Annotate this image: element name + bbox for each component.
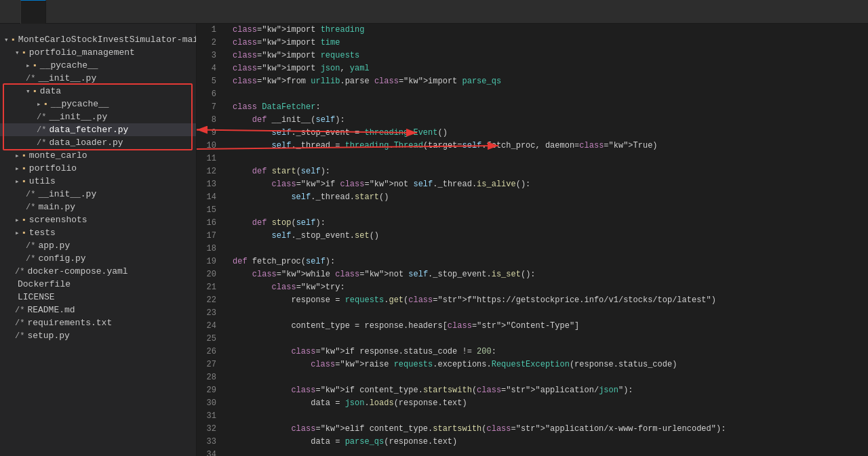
sidebar: ▾▪MonteCarloStockInvestSimulator-main▾▪p… [0,24,197,456]
tab-close-button[interactable] [33,12,37,13]
code-line: class DataFetcher: [233,101,868,114]
line-number: 14 [197,191,222,204]
tree-item-label: setup.py [27,331,69,341]
folder-icon: ▪ [22,228,26,238]
tree-item-data[interactable]: ▾▪data [0,85,196,98]
tree-item-screenshots[interactable]: ▸▪screenshots [0,213,196,226]
folder-icon: ▪ [11,35,16,45]
tree-item-label: __pycache__ [51,99,109,109]
line-number: 4 [197,62,222,75]
line-number: 34 [197,449,222,456]
code-line: class="kw">elif content_type.startswith(… [233,423,868,436]
tree-item-label: MonteCarloStockInvestSimulator-main [18,35,196,45]
line-number: 21 [197,281,222,294]
file-icon: /* [26,190,35,199]
tree-item-init3[interactable]: /*__init__.py [0,188,196,201]
tree-item-docker-compose[interactable]: /*docker-compose.yaml [0,265,196,278]
folder-icon: ▪ [43,100,48,109]
code-line: class="kw">while class="kw">not self._st… [233,268,868,281]
tree-item-label: utils [29,176,56,186]
line-number: 10 [197,140,222,152]
file-icon: /* [37,112,46,122]
tree-item-label: portfolio_management [29,47,135,58]
line-numbers: 1234567891011121314151617181920212223242… [197,24,227,456]
tree-item-init2[interactable]: /*__init__.py [0,110,196,123]
tree-item-app[interactable]: /*app.py [0,239,196,252]
tree-item-label: Dockerfile [18,279,71,289]
file-icon: /* [15,306,24,315]
line-number: 1 [197,24,222,37]
tree-item-label: tests [29,228,56,238]
line-number: 18 [197,243,222,255]
tree-item-label: __init__.py [38,73,96,83]
tree-item-label: app.py [38,241,70,251]
line-number: 33 [197,436,222,449]
file-icon: /* [26,203,35,212]
code-line: content_type = response.headers[class="s… [233,320,868,333]
folder-icon: ▪ [22,177,26,186]
file-icon: /* [26,254,35,264]
code-line: def stop(self): [233,217,868,230]
tree-item-license[interactable]: LICENSE [0,291,196,304]
folder-toggle-icon: ▸ [15,164,20,173]
tree-item-label: screenshots [29,215,87,225]
tree-item-pm[interactable]: ▾▪portfolio_management [0,46,196,59]
tree-item-label: data_fetcher.py [49,125,128,135]
line-number: 29 [197,384,222,397]
line-number: 17 [197,230,222,243]
tree-item-root[interactable]: ▾▪MonteCarloStockInvestSimulator-main [0,33,196,46]
line-number: 12 [197,165,222,178]
tree-item-requirements[interactable]: /*requirements.txt [0,316,196,329]
tree-item-label: docker-compose.yaml [27,266,127,276]
line-number: 24 [197,320,222,333]
tree-item-setup[interactable]: /*setup.py [0,329,196,342]
tree-item-init1[interactable]: /*__init__.py [0,72,196,85]
folder-toggle-icon: ▸ [37,100,41,108]
nav-forward-button[interactable] [11,10,16,13]
line-number: 22 [197,294,222,307]
nav-back-button[interactable] [4,10,9,13]
tree-item-dl[interactable]: /*data_loader.py [0,136,196,149]
line-number: 31 [197,410,222,423]
code-line [233,333,868,346]
tree-item-main1[interactable]: /*main.py [0,201,196,213]
tree-item-pycache2[interactable]: ▸▪__pycache__ [0,98,196,110]
tree-item-dockerfile[interactable]: Dockerfile [0,278,196,291]
code-line [233,88,868,101]
code-line: class="kw">if response.status_code != 20… [233,346,868,358]
editor-wrapper: 1234567891011121314151617181920212223242… [197,24,868,456]
tree-item-port[interactable]: ▸▪portfolio [0,162,196,175]
code-line [233,152,868,165]
tree-item-pycache1[interactable]: ▸▪__pycache__ [0,59,196,72]
line-number: 9 [197,127,222,140]
code-line: self._thread.start() [233,191,868,204]
tree-item-label: portfolio [29,163,77,173]
line-number: 28 [197,371,222,384]
line-number: 27 [197,358,222,371]
code-line: data = json.loads(response.text) [233,397,868,410]
tree-item-mc[interactable]: ▸▪monte_carlo [0,149,196,162]
file-icon: /* [26,241,35,251]
code-line: class="kw">try: [233,281,868,294]
code-line [233,371,868,384]
line-number: 8 [197,114,222,127]
code-line: class="kw">import threading [233,24,868,37]
code-content[interactable]: class="kw">import threadingclass="kw">im… [227,24,868,456]
tree-item-tests[interactable]: ▸▪tests [0,226,196,239]
tree-item-label: __pycache__ [40,60,98,70]
code-line: class="kw">if content_type.startswith(cl… [233,384,868,397]
tree-item-utils[interactable]: ▸▪utils [0,175,196,188]
file-icon: /* [37,125,46,135]
tree-item-label: __init__.py [49,112,107,122]
code-line [233,449,868,456]
tree-item-readme[interactable]: /*README.md [0,304,196,316]
code-line: def fetch_proc(self): [233,255,868,268]
tab-data-fetcher[interactable] [20,0,46,24]
tree-item-df[interactable]: /*data_fetcher.py [0,123,196,136]
folder-icon: ▪ [22,48,26,58]
line-number: 11 [197,152,222,165]
folder-toggle-icon: ▸ [26,61,31,70]
tree-item-label: data_loader.py [49,138,123,148]
tree-item-config[interactable]: /*config.py [0,252,196,265]
line-number: 15 [197,204,222,217]
